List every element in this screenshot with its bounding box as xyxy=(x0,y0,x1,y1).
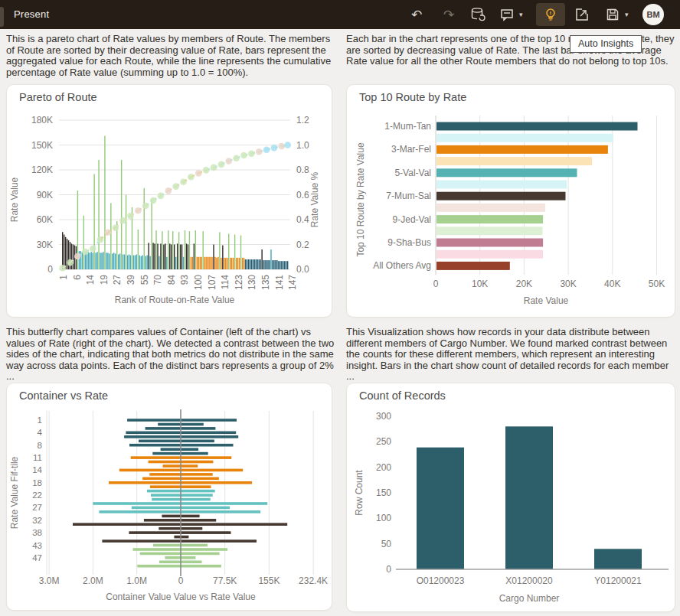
pareto-bar[interactable] xyxy=(214,257,215,269)
butterfly-bar-left[interactable] xyxy=(165,556,181,559)
cumulative-marker[interactable] xyxy=(82,249,89,256)
butterfly-bar-left[interactable] xyxy=(147,490,181,493)
pareto-bar[interactable] xyxy=(163,245,164,270)
butterfly-bar-left[interactable] xyxy=(109,481,181,484)
butterfly-bar-right[interactable] xyxy=(181,432,236,435)
cumulative-marker[interactable] xyxy=(279,143,286,150)
pareto-bar[interactable] xyxy=(65,237,66,269)
butterfly-bar-right[interactable] xyxy=(181,498,211,501)
butterfly-bar-left[interactable] xyxy=(131,456,181,459)
butterfly-bar-left[interactable] xyxy=(127,419,181,422)
pareto-bar[interactable] xyxy=(211,257,212,269)
pareto-bar[interactable] xyxy=(200,257,201,269)
pareto-bar[interactable] xyxy=(251,259,252,269)
pareto-bar[interactable] xyxy=(160,243,161,269)
cumulative-marker[interactable] xyxy=(248,150,255,157)
butterfly-bar-left[interactable] xyxy=(174,536,181,539)
butterfly-bar-right[interactable] xyxy=(181,519,216,522)
annotate-button[interactable] xyxy=(498,5,516,24)
butterfly-bar-left[interactable] xyxy=(142,477,181,481)
pareto-bar[interactable] xyxy=(239,258,240,269)
butterfly-bar-left[interactable] xyxy=(144,519,181,522)
butterfly-bar-right[interactable] xyxy=(181,507,230,510)
pareto-bar[interactable] xyxy=(267,260,268,269)
pareto-bar[interactable] xyxy=(225,258,226,269)
pareto-bar[interactable] xyxy=(157,243,158,269)
butterfly-bar-right[interactable] xyxy=(181,469,243,472)
undo-button[interactable]: ↶ xyxy=(407,5,426,24)
butterfly-bar-right[interactable] xyxy=(181,552,220,556)
pareto-bar[interactable] xyxy=(130,256,131,269)
pareto-bar[interactable] xyxy=(286,261,286,269)
butterfly-bar-right[interactable] xyxy=(181,515,200,518)
butterfly-bar-right[interactable] xyxy=(181,539,257,543)
save-button[interactable] xyxy=(603,5,622,24)
pareto-bar[interactable] xyxy=(112,253,113,269)
pareto-bar[interactable] xyxy=(278,261,279,269)
pareto-bar[interactable] xyxy=(284,261,285,269)
butterfly-bar-right[interactable] xyxy=(181,510,260,513)
pareto-bar[interactable] xyxy=(260,259,260,269)
butterfly-bar-right[interactable] xyxy=(181,523,287,526)
butterfly-bar-left[interactable] xyxy=(126,432,181,435)
top10-bar[interactable] xyxy=(436,204,545,212)
butterfly-bar-left[interactable] xyxy=(162,515,181,518)
butterfly-bar-left[interactable] xyxy=(124,435,181,438)
refresh-data-button[interactable] xyxy=(469,5,487,24)
pareto-bar[interactable] xyxy=(90,252,91,269)
pareto-bar[interactable] xyxy=(118,255,119,270)
cumulative-marker[interactable] xyxy=(218,161,225,168)
cumulative-marker[interactable] xyxy=(188,174,195,181)
pareto-bar[interactable] xyxy=(96,252,97,269)
butterfly-bar-left[interactable] xyxy=(149,461,181,464)
pareto-bar[interactable] xyxy=(205,257,206,269)
pareto-bar[interactable] xyxy=(152,243,153,269)
pareto-bar[interactable] xyxy=(169,243,170,269)
pareto-bar[interactable] xyxy=(230,258,230,269)
butterfly-bar-left[interactable] xyxy=(151,494,181,497)
pareto-bar[interactable] xyxy=(166,257,167,269)
pareto-bar[interactable] xyxy=(123,255,123,270)
pareto-bar[interactable] xyxy=(154,243,155,269)
pareto-bar[interactable] xyxy=(62,232,63,269)
pareto-bar[interactable] xyxy=(250,259,250,269)
pareto-bar[interactable] xyxy=(244,258,244,269)
cumulative-marker[interactable] xyxy=(59,265,66,272)
pareto-bar[interactable] xyxy=(247,259,247,269)
records-chart[interactable]: 050100150200250300O01200023X01200020Y012… xyxy=(347,383,675,611)
pareto-bar[interactable] xyxy=(178,232,179,269)
pareto-bar[interactable] xyxy=(168,230,168,269)
pareto-bar[interactable] xyxy=(208,257,209,269)
pareto-bar[interactable] xyxy=(124,255,125,270)
pareto-bar[interactable] xyxy=(222,246,223,269)
top10-bar[interactable] xyxy=(436,192,566,200)
butterfly-bar-right[interactable] xyxy=(181,423,204,426)
butterfly-bar-right[interactable] xyxy=(181,561,202,564)
pareto-bar[interactable] xyxy=(231,258,232,269)
records-bar[interactable] xyxy=(417,448,464,569)
pareto-bar[interactable] xyxy=(287,261,288,269)
pareto-bar[interactable] xyxy=(219,232,220,269)
pareto-bar[interactable] xyxy=(186,243,187,269)
records-bar[interactable] xyxy=(594,549,642,569)
pareto-bar[interactable] xyxy=(146,256,147,269)
pareto-bar[interactable] xyxy=(242,258,243,269)
pareto-bar[interactable] xyxy=(165,243,165,269)
butterfly-bar-right[interactable] xyxy=(181,456,231,459)
butterfly-bar-left[interactable] xyxy=(137,565,181,568)
butterfly-bar-left[interactable] xyxy=(102,539,181,543)
pareto-bar[interactable] xyxy=(126,195,126,270)
butterfly-bar-left[interactable] xyxy=(152,452,181,455)
butterfly-chart[interactable]: 1.0M2.0M3.0M77.5K155K232.4K0148111418222… xyxy=(7,383,332,610)
pareto-bar[interactable] xyxy=(240,236,241,269)
cumulative-marker[interactable] xyxy=(263,146,270,153)
butterfly-bar-left[interactable] xyxy=(139,440,181,443)
pareto-bar[interactable] xyxy=(133,256,134,269)
top10-bar[interactable] xyxy=(436,145,608,154)
butterfly-bar-right[interactable] xyxy=(181,473,213,476)
butterfly-bar-right[interactable] xyxy=(181,531,231,534)
butterfly-bar-right[interactable] xyxy=(181,548,227,551)
pareto-bar[interactable] xyxy=(90,253,90,269)
pareto-bar[interactable] xyxy=(83,216,84,269)
butterfly-bar-left[interactable] xyxy=(133,548,181,551)
